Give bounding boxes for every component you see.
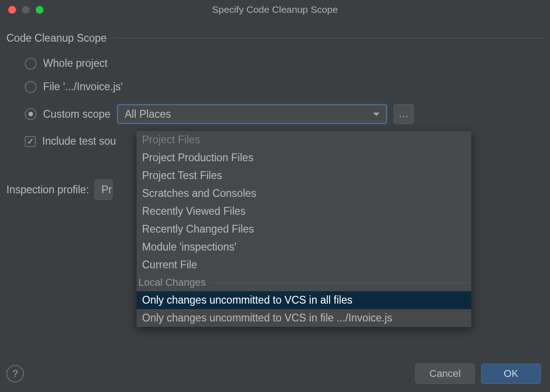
section-header-label: Code Cleanup Scope	[6, 32, 107, 44]
radio-label: Whole project	[43, 57, 108, 70]
divider	[114, 38, 544, 38]
dropdown-item[interactable]: Project Test Files	[137, 167, 471, 185]
checkbox-label: Include test sou	[42, 135, 116, 147]
radio-file[interactable]: File '.../Invoice.js'	[25, 81, 544, 93]
checkbox-icon	[25, 136, 36, 147]
inspection-profile-label: Inspection profile:	[6, 184, 89, 196]
dropdown-item[interactable]: Scratches and Consoles	[137, 185, 471, 202]
cancel-button[interactable]: Cancel	[415, 364, 475, 384]
radio-icon	[25, 81, 37, 93]
radio-whole-project[interactable]: Whole project	[25, 57, 544, 70]
radio-label: File '.../Invoice.js'	[43, 81, 123, 93]
close-window-button[interactable]	[8, 6, 16, 14]
section-header: Code Cleanup Scope	[6, 32, 544, 44]
dropdown-item[interactable]: Recently Changed Files	[137, 220, 471, 238]
dialog-title: Specify Code Cleanup Scope	[212, 4, 338, 15]
dropdown-item[interactable]: Module 'inspections'	[137, 238, 471, 256]
dropdown-item[interactable]: Only changes uncommitted to VCS in file …	[137, 309, 471, 327]
custom-scope-combobox[interactable]: All Places	[117, 104, 387, 124]
radio-icon	[25, 108, 37, 120]
dropdown-item[interactable]: Only changes uncommitted to VCS in all f…	[137, 291, 471, 309]
scope-radio-group: Whole project File '.../Invoice.js' Cust…	[6, 57, 544, 124]
profile-value: Pr	[101, 184, 112, 196]
browse-scope-button[interactable]: ...	[394, 104, 414, 124]
radio-icon	[25, 58, 37, 70]
radio-label: Custom scope	[43, 108, 110, 120]
dropdown-group-label: Local Changes	[138, 277, 206, 289]
maximize-window-button[interactable]	[36, 6, 44, 14]
dropdown-item[interactable]: Project Production Files	[137, 149, 471, 167]
inspection-profile-combobox[interactable]: Pr	[94, 180, 113, 200]
chevron-down-icon	[373, 113, 380, 116]
dropdown-item[interactable]: Current File	[137, 256, 471, 274]
footer-buttons: Cancel OK	[415, 364, 541, 384]
combobox-value: All Places	[125, 108, 171, 120]
help-button[interactable]: ?	[6, 365, 24, 382]
ok-button[interactable]: OK	[481, 364, 541, 384]
titlebar: Specify Code Cleanup Scope	[0, 0, 550, 19]
radio-custom-scope[interactable]: Custom scope	[25, 108, 110, 120]
divider	[211, 283, 469, 283]
dropdown-group-header: Local Changes	[137, 274, 471, 291]
dialog-footer: ? Cancel OK	[6, 364, 541, 384]
minimize-window-button[interactable]	[22, 6, 30, 14]
dropdown-item[interactable]: Recently Viewed Files	[137, 202, 471, 220]
window-controls	[0, 6, 44, 14]
dropdown-item[interactable]: Project Files	[137, 131, 471, 149]
scope-dropdown: Project Files Project Production Files P…	[137, 131, 471, 327]
